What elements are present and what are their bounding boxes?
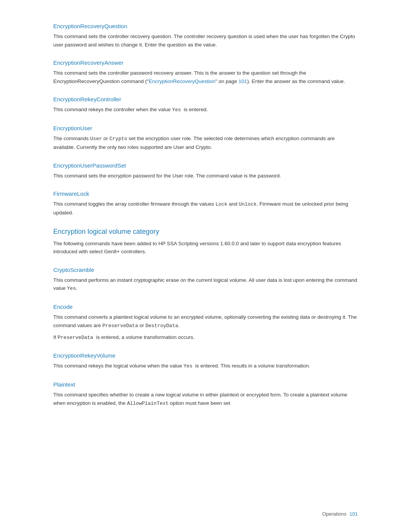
heading-encryption-logical-volume-category: Encryption logical volume category: [53, 228, 358, 236]
body-encode-1: This command converts a plaintext logica…: [53, 313, 358, 330]
heading-crypto-scramble: CryptoScramble: [53, 267, 358, 273]
body-encryption-recovery-answer: This command sets the controller passwor…: [53, 69, 358, 85]
body-encryption-user: The commands User or Crypto set the encr…: [53, 134, 358, 151]
heading-encryption-rekey-controller: EncryptionRekeyController: [53, 96, 358, 102]
heading-encryption-rekey-volume: EncryptionRekeyVolume: [53, 352, 358, 359]
code-lock: Lock: [215, 201, 227, 207]
section-plaintext: Plaintext This command specifies whether…: [53, 381, 358, 407]
code-preserve-data: PreserveData: [102, 323, 138, 329]
code-allow-plain-text: AllowPlainText: [127, 401, 169, 406]
section-crypto-scramble: CryptoScramble This command performs an …: [53, 267, 358, 293]
link-encryption-recovery-question[interactable]: EncryptionRecoveryQuestion: [149, 78, 215, 84]
page: EncryptionRecoveryQuestion This command …: [0, 0, 411, 532]
section-firmware-lock: FirmwareLock This command toggles the ar…: [53, 190, 358, 217]
code-unlock: Unlock: [239, 201, 256, 207]
footer-label: Operations: [322, 511, 347, 517]
page-footer: Operations 101: [322, 511, 358, 517]
link-page-101[interactable]: 101: [239, 78, 247, 84]
code-yes-3: Yes: [183, 363, 192, 369]
body-plaintext: This command specifies whether to create…: [53, 391, 358, 407]
section-encryption-recovery-question: EncryptionRecoveryQuestion This command …: [53, 23, 358, 49]
body-firmware-lock: This command toggles the array controlle…: [53, 200, 358, 217]
code-user: User: [90, 136, 102, 142]
heading-encryption-recovery-answer: EncryptionRecoveryAnswer: [53, 59, 358, 66]
code-preserve-data-2: PreserveData: [57, 335, 93, 340]
heading-encryption-user: EncryptionUser: [53, 125, 358, 131]
code-yes-1: Yes: [172, 107, 181, 113]
section-encryption-logical-volume-category: Encryption logical volume category The f…: [53, 228, 358, 256]
body-encryption-recovery-question: This command sets the controller recover…: [53, 32, 358, 49]
section-encryption-recovery-answer: EncryptionRecoveryAnswer This command se…: [53, 59, 358, 85]
body-encryption-logical-volume-category: The following commands have been added t…: [53, 240, 358, 256]
body-crypto-scramble: This command performs an instant cryptog…: [53, 276, 358, 293]
body-encryption-rekey-volume: This command rekeys the logical volume w…: [53, 362, 358, 371]
section-encryption-rekey-controller: EncryptionRekeyController This command r…: [53, 96, 358, 114]
body-encryption-user-password-set: This command sets the encryption passwor…: [53, 172, 358, 180]
heading-encode: Encode: [53, 304, 358, 310]
section-encryption-rekey-volume: EncryptionRekeyVolume This command rekey…: [53, 352, 358, 371]
body-encode-2: If PreserveData is entered, a volume tra…: [53, 333, 358, 342]
section-encryption-user-password-set: EncryptionUserPasswordSet This command s…: [53, 162, 358, 180]
code-crypto: Crypto: [110, 136, 127, 142]
heading-encryption-recovery-question: EncryptionRecoveryQuestion: [53, 23, 358, 29]
heading-encryption-user-password-set: EncryptionUserPasswordSet: [53, 162, 358, 169]
section-encryption-user: EncryptionUser The commands User or Cryp…: [53, 125, 358, 151]
footer-page-number: 101: [349, 511, 358, 517]
code-destroy-data: DestroyData: [145, 323, 178, 329]
heading-plaintext: Plaintext: [53, 381, 358, 388]
body-encryption-rekey-controller: This command rekeys the controller when …: [53, 105, 358, 114]
heading-firmware-lock: FirmwareLock: [53, 190, 358, 197]
section-encode: Encode This command converts a plaintext…: [53, 304, 358, 342]
code-yes-2: Yes: [67, 286, 76, 291]
